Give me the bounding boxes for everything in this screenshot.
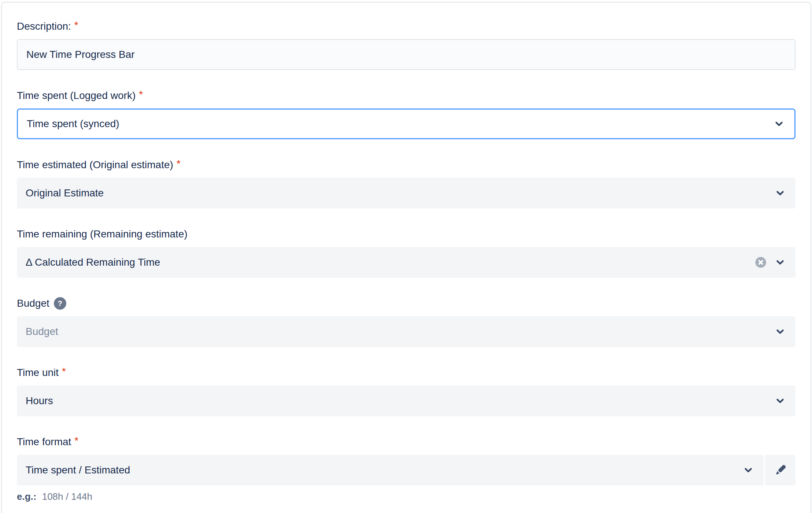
time-estimated-field-row: Time estimated (Original estimate) * Ori… — [17, 159, 796, 208]
chevron-down-icon — [775, 188, 786, 199]
time-remaining-field-row: Time remaining (Remaining estimate) Δ Ca… — [17, 228, 796, 278]
time-unit-label-text: Time unit — [17, 366, 59, 379]
time-remaining-select[interactable]: Δ Calculated Remaining Time — [17, 247, 796, 278]
edit-time-format-button[interactable] — [765, 455, 796, 486]
description-field-row: Description: * — [17, 20, 796, 70]
budget-field-row: Budget ? Budget — [17, 297, 796, 347]
example-value: 108h / 144h — [42, 491, 92, 502]
chevron-down-icon — [775, 257, 786, 268]
description-input[interactable] — [17, 39, 796, 70]
description-label-text: Description: — [17, 20, 71, 33]
clear-selection-button[interactable] — [755, 256, 767, 268]
gadget-config-form: Description: * Time spent (Logged work) … — [1, 2, 811, 513]
budget-select-placeholder: Budget — [26, 326, 58, 337]
chevron-down-icon — [743, 465, 754, 476]
time-estimated-label: Time estimated (Original estimate) * — [17, 159, 796, 171]
chevron-down-icon — [775, 395, 786, 406]
help-icon[interactable]: ? — [54, 297, 66, 310]
required-asterisk: * — [139, 89, 143, 98]
budget-label-text: Budget — [17, 297, 49, 310]
time-format-example: e.g.: 108h / 144h — [17, 491, 796, 502]
time-spent-label: Time spent (Logged work) * — [17, 89, 796, 102]
time-format-label: Time format * — [17, 436, 796, 448]
time-format-select[interactable]: Time spent / Estimated — [17, 455, 764, 486]
budget-label: Budget ? — [17, 297, 796, 310]
chevron-down-icon — [775, 326, 786, 337]
required-asterisk: * — [62, 366, 66, 375]
time-spent-select-value: Time spent (synced) — [27, 118, 119, 130]
time-format-label-text: Time format — [17, 436, 71, 448]
description-label: Description: * — [17, 20, 796, 33]
time-spent-field-row: Time spent (Logged work) * Time spent (s… — [17, 89, 796, 139]
required-asterisk: * — [177, 159, 181, 167]
time-estimated-select[interactable]: Original Estimate — [17, 178, 796, 208]
pencil-icon — [772, 462, 789, 478]
time-remaining-select-value: Δ Calculated Remaining Time — [26, 256, 160, 268]
time-remaining-label-text: Time remaining (Remaining estimate) — [17, 228, 188, 240]
time-format-select-value: Time spent / Estimated — [26, 464, 130, 476]
time-spent-label-text: Time spent (Logged work) — [17, 89, 136, 102]
clear-icon — [755, 256, 767, 268]
time-estimated-label-text: Time estimated (Original estimate) — [17, 159, 173, 171]
required-asterisk: * — [74, 20, 78, 29]
time-unit-label: Time unit * — [17, 366, 796, 379]
time-remaining-label: Time remaining (Remaining estimate) — [17, 228, 796, 240]
time-unit-field-row: Time unit * Hours — [17, 366, 796, 416]
time-unit-select[interactable]: Hours — [17, 385, 796, 416]
time-spent-select[interactable]: Time spent (synced) — [17, 108, 796, 139]
chevron-down-icon — [774, 118, 785, 129]
time-unit-select-value: Hours — [26, 395, 53, 407]
example-label: e.g.: — [17, 491, 36, 502]
required-asterisk: * — [74, 436, 78, 444]
time-format-controls: Time spent / Estimated — [17, 455, 796, 486]
budget-select[interactable]: Budget — [17, 316, 796, 347]
time-estimated-select-value: Original Estimate — [26, 187, 104, 199]
time-format-field-row: Time format * Time spent / Estimated — [17, 436, 796, 502]
